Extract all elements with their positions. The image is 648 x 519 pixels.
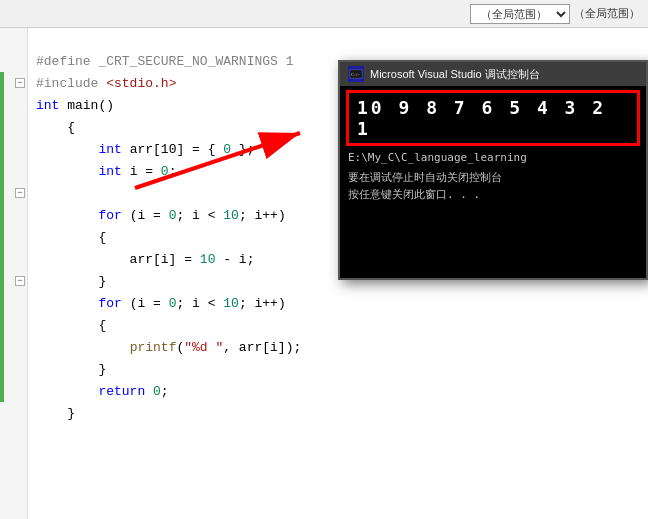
token-zero1: 0 xyxy=(223,142,231,157)
gutter-line-12: − xyxy=(0,270,27,292)
console-window: C:\> Microsoft Visual Studio 调试控制台 10 9 … xyxy=(338,60,648,280)
token-ten: 10 xyxy=(200,252,216,267)
code-line-14: printf("%d ", arr[i]); xyxy=(36,336,640,358)
collapse-main[interactable]: − xyxy=(15,78,25,88)
console-title: Microsoft Visual Studio 调试控制台 xyxy=(370,67,540,82)
token-indent2 xyxy=(36,164,98,179)
console-numbers: 10 9 8 7 6 5 4 3 2 1 xyxy=(357,97,606,139)
gutter-line-8: − xyxy=(0,182,27,204)
gutter-line-3: − xyxy=(0,72,27,94)
editor-topbar: （全局范围） （全局范围） xyxy=(0,0,648,28)
scope-label: （全局范围） xyxy=(574,6,640,21)
token-main: main() xyxy=(59,98,114,113)
gutter-line-11 xyxy=(0,248,27,270)
token-arr-decl: arr[10] = { xyxy=(122,142,223,157)
collapse-for1[interactable]: − xyxy=(15,188,25,198)
token-indent1 xyxy=(36,142,98,157)
code-line-blank xyxy=(36,28,640,50)
token-for2-end: ; i++) xyxy=(239,296,286,311)
token-for1: for xyxy=(98,208,121,223)
token-for2: for xyxy=(98,296,121,311)
token-int-i: int xyxy=(98,164,121,179)
token-for2-semi: ; i < xyxy=(176,296,223,311)
token-indent5 xyxy=(36,340,130,355)
gutter-line-13 xyxy=(0,292,27,314)
token-for1-zero: 0 xyxy=(169,208,177,223)
token-int-arr: int xyxy=(98,142,121,157)
token-for2-brace: { xyxy=(36,318,106,333)
token-arr-end: }; xyxy=(231,142,254,157)
gutter-line-2 xyxy=(0,50,27,72)
token-brace-open: { xyxy=(36,120,75,135)
gutter: − − xyxy=(0,28,28,519)
token-for2-close: } xyxy=(36,362,106,377)
token-for2-ten: 10 xyxy=(223,296,239,311)
token-for1-cond: (i = xyxy=(122,208,169,223)
gutter-line-1 xyxy=(0,28,27,50)
token-i-decl: i = xyxy=(122,164,161,179)
token-indent4 xyxy=(36,296,98,311)
collapse-for2[interactable]: − xyxy=(15,276,25,286)
gutter-line-17 xyxy=(0,380,27,402)
token-return-val xyxy=(145,384,153,399)
gutter-line-5 xyxy=(0,116,27,138)
console-path: E:\My_C\C_language_learning xyxy=(340,148,646,169)
token-indent3 xyxy=(36,208,98,223)
code-line-15: } xyxy=(36,358,640,380)
token-for1-ten: 10 xyxy=(223,208,239,223)
token-include: #include xyxy=(36,76,106,91)
code-line-13: { xyxy=(36,314,640,336)
token-return: return xyxy=(36,384,145,399)
code-line-12: for (i = 0; i < 10; i++) xyxy=(36,292,640,314)
token-include-file: <stdio.h> xyxy=(106,76,176,91)
token-for2-zero: 0 xyxy=(169,296,177,311)
token-for1-semi: ; i < xyxy=(176,208,223,223)
console-line2: 要在调试停止时自动关闭控制台 xyxy=(340,169,646,186)
token-printf: printf xyxy=(130,340,177,355)
token-return-semi: ; xyxy=(161,384,169,399)
console-icon: C:\> xyxy=(348,66,364,82)
code-line-16: return 0; xyxy=(36,380,640,402)
console-output-highlight: 10 9 8 7 6 5 4 3 2 1 xyxy=(346,90,640,146)
token-printf-open: ( xyxy=(176,340,184,355)
token-return-zero: 0 xyxy=(153,384,161,399)
scope-dropdown[interactable]: （全局范围） xyxy=(470,4,570,24)
gutter-line-6 xyxy=(0,138,27,160)
gutter-line-10 xyxy=(0,226,27,248)
gutter-line-4 xyxy=(0,94,27,116)
gutter-line-14 xyxy=(0,314,27,336)
token-for1-close: } xyxy=(36,274,106,289)
gutter-line-15 xyxy=(0,336,27,358)
token-define: #define _CRT_SECURE_NO_WARNINGS 1 xyxy=(36,54,293,69)
token-arr-assign: arr[i] = xyxy=(36,252,200,267)
token-semi1: ; xyxy=(169,164,177,179)
svg-text:C:\>: C:\> xyxy=(351,72,360,77)
token-int-main: int xyxy=(36,98,59,113)
console-line3: 按任意键关闭此窗口. . . xyxy=(340,186,646,203)
token-for1-brace: { xyxy=(36,230,106,245)
gutter-line-7 xyxy=(0,160,27,182)
token-for1-end: ; i++) xyxy=(239,208,286,223)
token-main-close: } xyxy=(36,406,75,421)
gutter-line-9 xyxy=(0,204,27,226)
token-format-str: "%d " xyxy=(184,340,223,355)
token-for2-cond: (i = xyxy=(122,296,169,311)
token-printf-args: , arr[i]); xyxy=(223,340,301,355)
token-zero2: 0 xyxy=(161,164,169,179)
code-line-17: } xyxy=(36,402,640,424)
token-minus-i: - i; xyxy=(215,252,254,267)
console-titlebar: C:\> Microsoft Visual Studio 调试控制台 xyxy=(340,62,646,86)
gutter-line-16 xyxy=(0,358,27,380)
